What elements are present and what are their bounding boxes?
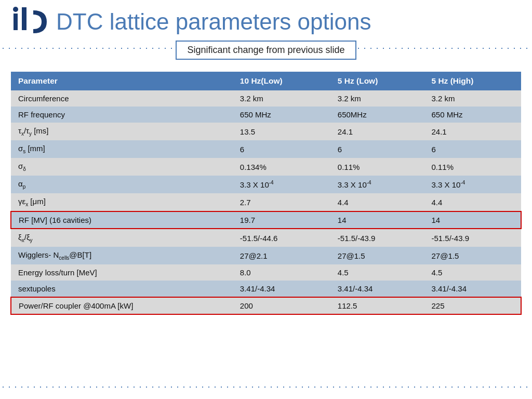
cell-col1: 3.41/-4.34 (233, 281, 330, 297)
cell-col2: 650MHz (330, 107, 424, 123)
table-row: γεx [μm]2.74.44.4 (11, 193, 521, 211)
svg-rect-1 (14, 14, 18, 30)
cell-col2: 4.5 (330, 264, 424, 281)
cell-col3: 650 MHz (424, 107, 521, 123)
cell-param: RF [MV] (16 cavities) (11, 211, 233, 229)
table-row: ξx/ξy-51.5/-44.6-51.5/-43.9-51.5/-43.9 (11, 229, 521, 247)
cell-col2: 3.41/-4.34 (330, 281, 424, 297)
table-row: Wigglers- Ncells@B[T]27@2.127@1.527@1.5 (11, 247, 521, 264)
cell-col1: 19.7 (233, 211, 330, 229)
cell-col3: 14 (424, 211, 521, 229)
cell-col1: 200 (233, 297, 330, 314)
cell-param: σδ (11, 158, 233, 176)
cell-col1: 8.0 (233, 264, 330, 281)
cell-col1: 3.2 km (233, 90, 330, 107)
cell-col2: -51.5/-43.9 (330, 229, 424, 247)
table-row: Power/RF coupler @400mA [kW]200112.5225 (11, 297, 521, 314)
cell-col2: 4.4 (330, 193, 424, 211)
cell-param: αp (11, 176, 233, 193)
cell-param: γεx [μm] (11, 193, 233, 211)
cell-col3: 6 (424, 140, 521, 158)
svg-rect-2 (22, 7, 26, 30)
page-title: DTC lattice parameters options (56, 9, 371, 34)
cell-col3: 3.41/-4.34 (424, 281, 521, 297)
cell-param: Wigglers- Ncells@B[T] (11, 247, 233, 264)
cell-col2: 3.2 km (330, 90, 424, 107)
cell-col1: -51.5/-44.6 (233, 229, 330, 247)
cell-col3: 4.4 (424, 193, 521, 211)
table-row: αp3.3 X 10-43.3 X 10-43.3 X 10-4 (11, 176, 521, 193)
dot-decoration-bottom (0, 384, 532, 390)
svg-point-0 (13, 7, 18, 12)
col-header-5hz-high: 5 Hz (High) (424, 72, 521, 90)
cell-param: sextupoles (11, 281, 233, 297)
cell-col3: 225 (424, 297, 521, 314)
cell-param: Circumference (11, 90, 233, 107)
cell-col2: 14 (330, 211, 424, 229)
col-header-5hz-low: 5 Hz (Low) (330, 72, 424, 90)
cell-col3: 4.5 (424, 264, 521, 281)
cell-param: ξx/ξy (11, 229, 233, 247)
cell-col3: 24.1 (424, 123, 521, 140)
cell-param: Energy loss/turn [MeV] (11, 264, 233, 281)
table-row: τx/τy [ms]13.524.124.1 (11, 123, 521, 140)
cell-col2: 27@1.5 (330, 247, 424, 264)
ilc-logo (10, 6, 48, 37)
table-row: RF [MV] (16 cavities)19.71414 (11, 211, 521, 229)
cell-col3: 0.11% (424, 158, 521, 176)
cell-col2: 3.3 X 10-4 (330, 176, 424, 193)
table-row: Circumference3.2 km3.2 km3.2 km (11, 90, 521, 107)
table-header-row: Parameter 10 Hz(Low) 5 Hz (Low) 5 Hz (Hi… (11, 72, 521, 90)
table-row: sextupoles3.41/-4.343.41/-4.343.41/-4.34 (11, 281, 521, 297)
cell-param: Power/RF coupler @400mA [kW] (11, 297, 233, 314)
cell-col1: 27@2.1 (233, 247, 330, 264)
table-row: σδ0.134%0.11%0.11% (11, 158, 521, 176)
cell-param: σs [mm] (11, 140, 233, 158)
cell-col3: -51.5/-43.9 (424, 229, 521, 247)
table-row: σs [mm]666 (11, 140, 521, 158)
table-row: Energy loss/turn [MeV]8.04.54.5 (11, 264, 521, 281)
cell-col1: 0.134% (233, 158, 330, 176)
table-row: RF frequency650 MHz650MHz650 MHz (11, 107, 521, 123)
cell-col2: 0.11% (330, 158, 424, 176)
cell-col1: 6 (233, 140, 330, 158)
cell-col1: 3.3 X 10-4 (233, 176, 330, 193)
table-container: Parameter 10 Hz(Low) 5 Hz (Low) 5 Hz (Hi… (10, 72, 522, 379)
cell-col3: 3.2 km (424, 90, 521, 107)
cell-col3: 3.3 X 10-4 (424, 176, 521, 193)
cell-col1: 650 MHz (233, 107, 330, 123)
col-header-10hz: 10 Hz(Low) (233, 72, 330, 90)
cell-col3: 27@1.5 (424, 247, 521, 264)
subtitle-area: Significant change from previous slide (0, 41, 532, 60)
col-header-param: Parameter (11, 72, 233, 90)
cell-col2: 112.5 (330, 297, 424, 314)
cell-col1: 13.5 (233, 123, 330, 140)
parameters-table: Parameter 10 Hz(Low) 5 Hz (Low) 5 Hz (Hi… (10, 72, 522, 315)
cell-param: RF frequency (11, 107, 233, 123)
cell-col2: 24.1 (330, 123, 424, 140)
cell-param: τx/τy [ms] (11, 123, 233, 140)
cell-col2: 6 (330, 140, 424, 158)
cell-col1: 2.7 (233, 193, 330, 211)
header: DTC lattice parameters options (0, 0, 532, 37)
change-badge: Significant change from previous slide (176, 41, 356, 60)
